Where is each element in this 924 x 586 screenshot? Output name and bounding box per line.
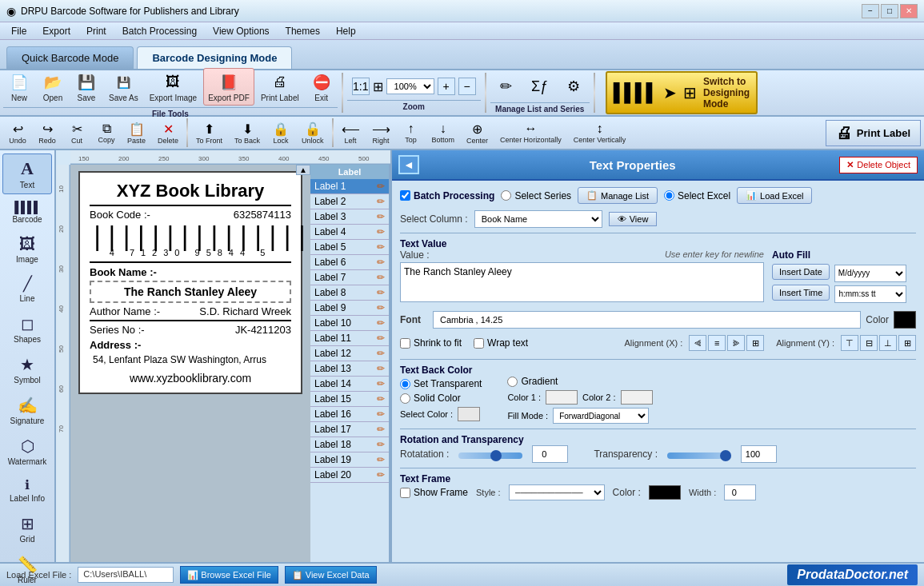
insert-time-button[interactable]: Insert Time xyxy=(772,285,830,301)
label-edit-icon[interactable]: ✏ xyxy=(377,211,385,222)
load-excel-button[interactable]: 📊 Load Excel xyxy=(737,187,812,204)
label-edit-icon[interactable]: ✏ xyxy=(377,439,385,450)
label-edit-icon[interactable]: ✏ xyxy=(377,241,385,253)
zoom-in-button[interactable]: + xyxy=(438,78,455,95)
align-y-bottom-button[interactable]: ⊥ xyxy=(879,335,897,351)
label-list-item[interactable]: Label 14✏ xyxy=(310,377,389,392)
settings-btn[interactable]: ⚙ xyxy=(558,72,590,101)
menu-export[interactable]: Export xyxy=(34,24,78,38)
label-list-item[interactable]: Label 17✏ xyxy=(310,422,389,437)
font-color-swatch[interactable] xyxy=(894,311,916,329)
zoom-out-button[interactable]: − xyxy=(458,78,476,95)
open-button[interactable]: 📂 Open xyxy=(37,68,69,106)
label-edit-icon[interactable]: ✏ xyxy=(377,393,385,405)
menu-file[interactable]: File xyxy=(3,24,34,38)
minimize-button[interactable]: − xyxy=(862,4,879,18)
label-edit-icon[interactable]: ✏ xyxy=(377,363,385,374)
menu-help[interactable]: Help xyxy=(328,24,364,38)
label-list-item[interactable]: Label 6✏ xyxy=(310,255,389,270)
rotation-slider[interactable] xyxy=(458,452,522,459)
edit-icon-btn[interactable]: ✏ xyxy=(490,72,522,101)
label-list-item[interactable]: Label 9✏ xyxy=(310,301,389,316)
solid-color-radio[interactable] xyxy=(400,393,410,404)
label-list-item[interactable]: Label 10✏ xyxy=(310,316,389,331)
zoom-percent-select[interactable]: 100%75%50%150% xyxy=(386,78,434,94)
unlock-button[interactable]: 🔓 Unlock xyxy=(296,118,330,148)
menu-batch[interactable]: Batch Processing xyxy=(114,24,205,38)
left-button[interactable]: ⟵ Left xyxy=(336,118,366,148)
label-list-item[interactable]: Label 8✏ xyxy=(310,285,389,301)
select-column-dropdown[interactable]: Book Name xyxy=(474,210,602,228)
center-button[interactable]: ⊕ Center xyxy=(461,118,494,148)
label-edit-icon[interactable]: ✏ xyxy=(377,469,385,480)
sidebar-item-barcode[interactable]: ▌▌▌▌ Barcode xyxy=(2,196,52,229)
select-excel-radio[interactable] xyxy=(664,190,674,201)
right-button[interactable]: ⟶ Right xyxy=(366,118,396,148)
switch-mode-button[interactable]: ▌▌▌▌ ➤ ⊞ Switch to Designing Mode xyxy=(606,71,758,114)
copy-button[interactable]: ⧉ Copy xyxy=(92,118,121,148)
paste-button[interactable]: 📋 Paste xyxy=(122,118,151,148)
label-list-item[interactable]: Label 20✏ xyxy=(310,468,389,483)
label-edit-icon[interactable]: ✏ xyxy=(377,257,385,268)
sidebar-item-text[interactable]: A Text xyxy=(2,153,52,194)
delete-object-button[interactable]: ✕ Delete Object xyxy=(839,157,918,173)
top-button[interactable]: ↑ Top xyxy=(397,118,426,148)
align-x-right-button[interactable]: ⫸ xyxy=(727,335,745,351)
sidebar-item-image[interactable]: 🖼 Image xyxy=(2,230,52,269)
sidebar-item-label-info[interactable]: ℹ Label Info xyxy=(2,472,52,508)
lock-button[interactable]: 🔒 Lock xyxy=(266,118,295,148)
label-edit-icon[interactable]: ✏ xyxy=(377,226,385,237)
gradient-radio[interactable] xyxy=(507,377,518,387)
to-back-button[interactable]: ⬇ To Back xyxy=(229,118,266,148)
menu-view[interactable]: View Options xyxy=(205,24,277,38)
print-label-btn[interactable]: 🖨 Print Label xyxy=(826,120,921,146)
batch-checkbox[interactable] xyxy=(400,190,410,201)
delete-button[interactable]: ✕ Delete xyxy=(152,118,184,148)
label-edit-icon[interactable]: ✏ xyxy=(377,287,385,298)
sidebar-item-grid[interactable]: ⊞ Grid xyxy=(2,509,52,548)
save-button[interactable]: 💾 Save xyxy=(70,68,102,106)
export-image-button[interactable]: 🖼 Export Image xyxy=(145,68,202,106)
export-pdf-button[interactable]: 📕 Export PDF xyxy=(203,68,254,106)
align-y-top-button[interactable]: ⊤ xyxy=(841,335,858,351)
browse-excel-button[interactable]: 📊 Browse Excel File xyxy=(180,566,278,584)
maximize-button[interactable]: □ xyxy=(881,4,898,18)
label-edit-icon[interactable]: ✏ xyxy=(377,181,385,192)
select-color-swatch[interactable] xyxy=(458,407,480,421)
sidebar-item-ruler[interactable]: 📏 Ruler xyxy=(2,550,52,586)
center-h-button[interactable]: ↔ Center Horizontally xyxy=(494,118,567,148)
label-list-item[interactable]: Label 7✏ xyxy=(310,270,389,285)
menu-themes[interactable]: Themes xyxy=(278,24,328,38)
sidebar-item-signature[interactable]: ✍ Signature xyxy=(2,391,52,430)
rotation-input[interactable]: 0 xyxy=(532,445,568,463)
width-input[interactable]: 0 xyxy=(724,484,756,500)
label-edit-icon[interactable]: ✏ xyxy=(377,378,385,389)
date-format-select[interactable]: M/d/yyyy xyxy=(834,265,906,282)
save-as-button[interactable]: 💾 Save As xyxy=(104,68,143,106)
label-edit-icon[interactable]: ✏ xyxy=(377,333,385,344)
label-list-item[interactable]: Label 5✏ xyxy=(310,240,389,255)
label-edit-icon[interactable]: ✏ xyxy=(377,424,385,435)
new-button[interactable]: 📄 New xyxy=(3,68,35,106)
label-list-item[interactable]: Label 2✏ xyxy=(310,194,389,209)
insert-date-button[interactable]: Insert Date xyxy=(772,264,830,280)
sidebar-item-shapes[interactable]: ◻ Shapes xyxy=(2,309,52,349)
transparency-slider[interactable] xyxy=(667,452,731,459)
transparency-input[interactable]: 100 xyxy=(741,445,777,463)
manage-list-button[interactable]: 📋 Manage List xyxy=(578,187,658,204)
label-list-item[interactable]: Label 11✏ xyxy=(310,331,389,346)
sidebar-item-line[interactable]: ╱ Line xyxy=(2,270,52,308)
view-button[interactable]: 👁 View xyxy=(609,212,658,226)
center-v-button[interactable]: ↕ Center Vertically xyxy=(568,118,632,148)
label-edit-icon[interactable]: ✏ xyxy=(377,272,385,283)
transparent-radio[interactable] xyxy=(400,379,410,389)
print-label-button[interactable]: 🖨 Print Label xyxy=(256,68,304,106)
text-value-input[interactable]: The Ranch Stanley Aleey xyxy=(400,262,764,302)
fill-mode-select[interactable]: ForwardDiagonal xyxy=(553,408,649,424)
align-x-center-button[interactable]: ≡ xyxy=(708,335,726,351)
back-button[interactable]: ◄ xyxy=(398,155,419,174)
align-x-left-button[interactable]: ⫷ xyxy=(689,335,706,351)
select-series-radio[interactable] xyxy=(501,190,511,201)
scroll-up-button[interactable]: ▲ xyxy=(296,165,310,175)
label-edit-icon[interactable]: ✏ xyxy=(377,409,385,420)
